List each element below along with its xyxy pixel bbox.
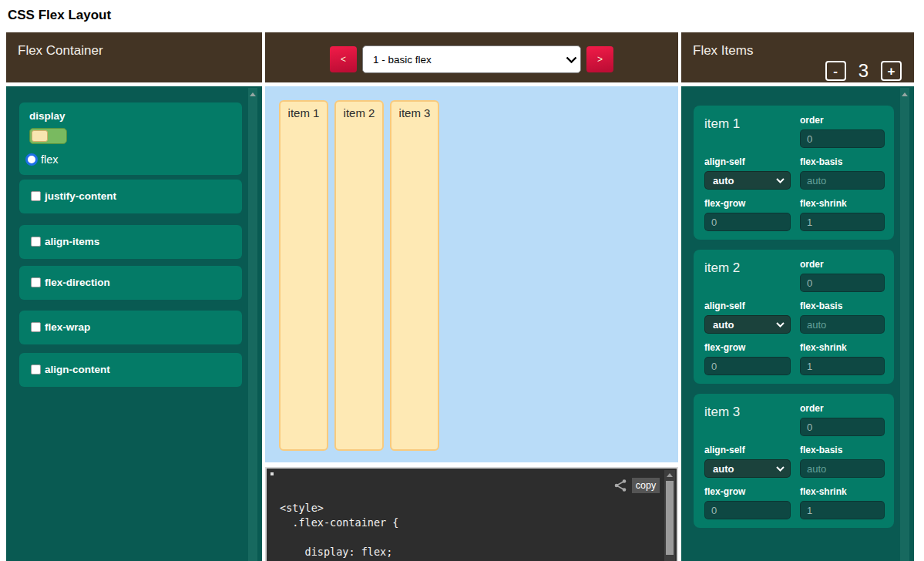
item-3-title: item 3 <box>704 403 791 436</box>
align-items-label: align-items <box>45 236 99 247</box>
scenario-header: < 1 - basic flex > <box>265 32 678 82</box>
item-2-card: item 2 order align-self auto flex-basis … <box>694 250 894 384</box>
flex-basis-label: flex-basis <box>800 301 885 311</box>
item-1-card: item 1 order align-self auto flex-basis … <box>694 106 894 240</box>
preview-item: item 1 <box>279 100 328 451</box>
flex-basis-input[interactable] <box>800 171 885 190</box>
align-self-label: align-self <box>704 445 791 455</box>
align-self-select[interactable]: auto <box>704 315 791 334</box>
prev-scenario-button[interactable]: < <box>330 46 357 72</box>
flex-items-body: item 1 order align-self auto flex-basis … <box>681 86 914 561</box>
item-count: 3 <box>858 60 869 82</box>
flex-container-header: Flex Container <box>6 32 262 82</box>
code-line: .flex-container { <box>280 516 677 530</box>
justify-content-card: justify-content <box>19 180 242 213</box>
flex-basis-input[interactable] <box>800 459 885 478</box>
flex-shrink-input[interactable] <box>800 213 885 231</box>
flex-shrink-input[interactable] <box>800 357 885 375</box>
flex-container-body: display flex justify-content align-items… <box>6 86 262 561</box>
flex-direction-label: flex-direction <box>45 277 110 288</box>
flex-shrink-label: flex-shrink <box>800 486 885 497</box>
justify-content-label: justify-content <box>45 190 116 202</box>
flex-grow-input[interactable] <box>704 357 791 375</box>
align-self-select[interactable]: auto <box>704 171 791 190</box>
item-1-title: item 1 <box>704 115 791 148</box>
left-panel-scrollbar[interactable] <box>248 88 257 561</box>
display-toggle[interactable] <box>29 128 67 144</box>
align-content-label: align-content <box>45 364 110 375</box>
justify-content-checkbox[interactable] <box>31 191 41 201</box>
flex-radio[interactable] <box>25 153 38 166</box>
align-self-label: align-self <box>704 156 791 167</box>
flex-shrink-label: flex-shrink <box>800 198 885 209</box>
toggle-knob-icon <box>32 130 48 142</box>
order-label: order <box>800 403 885 414</box>
flex-basis-input[interactable] <box>800 315 885 334</box>
flex-container-title: Flex Container <box>18 43 103 59</box>
flex-grow-label: flex-grow <box>704 198 791 209</box>
align-items-checkbox[interactable] <box>31 237 41 247</box>
caret-dot <box>270 472 274 475</box>
scroll-up-icon <box>250 92 256 96</box>
flex-direction-card: flex-direction <box>19 266 242 300</box>
code-scrollbar-thumb[interactable] <box>666 481 674 555</box>
code-line <box>280 530 677 545</box>
next-scenario-button[interactable]: > <box>586 46 613 72</box>
order-input[interactable] <box>800 274 885 292</box>
align-content-card: align-content <box>19 353 242 387</box>
flex-preview-container: item 1 item 2 item 3 <box>265 86 678 462</box>
flex-grow-label: flex-grow <box>704 342 791 353</box>
flex-basis-label: flex-basis <box>800 445 885 455</box>
scenario-select[interactable]: 1 - basic flex <box>362 45 581 73</box>
order-input[interactable] <box>800 418 885 436</box>
align-self-label: align-self <box>704 301 791 311</box>
preview-item: item 3 <box>390 100 439 451</box>
flex-items-header: Flex Items - 3 + <box>681 32 914 82</box>
flex-wrap-checkbox[interactable] <box>31 322 41 332</box>
flex-shrink-input[interactable] <box>800 501 885 519</box>
align-self-select[interactable]: auto <box>704 459 791 478</box>
remove-item-button[interactable]: - <box>825 61 846 81</box>
display-label: display <box>29 110 66 122</box>
flex-direction-checkbox[interactable] <box>31 277 41 287</box>
right-panel-scrollbar[interactable] <box>900 88 909 561</box>
item-2-title: item 2 <box>704 259 791 292</box>
flex-wrap-label: flex-wrap <box>45 321 90 333</box>
item-3-card: item 3 order align-self auto flex-basis … <box>694 394 894 528</box>
preview-item: item 2 <box>334 100 384 451</box>
page-title: CSS Flex Layout <box>8 8 111 23</box>
order-input[interactable] <box>800 129 885 148</box>
flex-basis-label: flex-basis <box>800 156 885 167</box>
flex-grow-label: flex-grow <box>704 486 791 497</box>
flex-grow-input[interactable] <box>704 501 791 519</box>
flex-grow-input[interactable] <box>704 213 791 231</box>
flex-items-title: Flex Items <box>693 43 753 59</box>
copy-button[interactable]: copy <box>632 478 660 493</box>
share-icon[interactable] <box>613 479 627 492</box>
add-item-button[interactable]: + <box>881 61 902 81</box>
display-card: display flex <box>19 102 242 175</box>
align-items-card: align-items <box>19 225 242 259</box>
code-line: <style> <box>280 501 677 516</box>
scroll-up-icon <box>902 92 908 96</box>
flex-shrink-label: flex-shrink <box>800 342 885 353</box>
flex-wrap-card: flex-wrap <box>19 311 242 344</box>
code-panel: <style> .flex-container { display: flex;… <box>265 467 678 561</box>
scroll-up-icon <box>667 473 673 477</box>
code-scrollbar[interactable] <box>664 470 675 561</box>
code-line: display: flex; <box>280 545 677 559</box>
flex-radio-label: flex <box>41 153 59 166</box>
align-content-checkbox[interactable] <box>31 364 41 375</box>
order-label: order <box>800 115 885 126</box>
order-label: order <box>800 259 885 270</box>
